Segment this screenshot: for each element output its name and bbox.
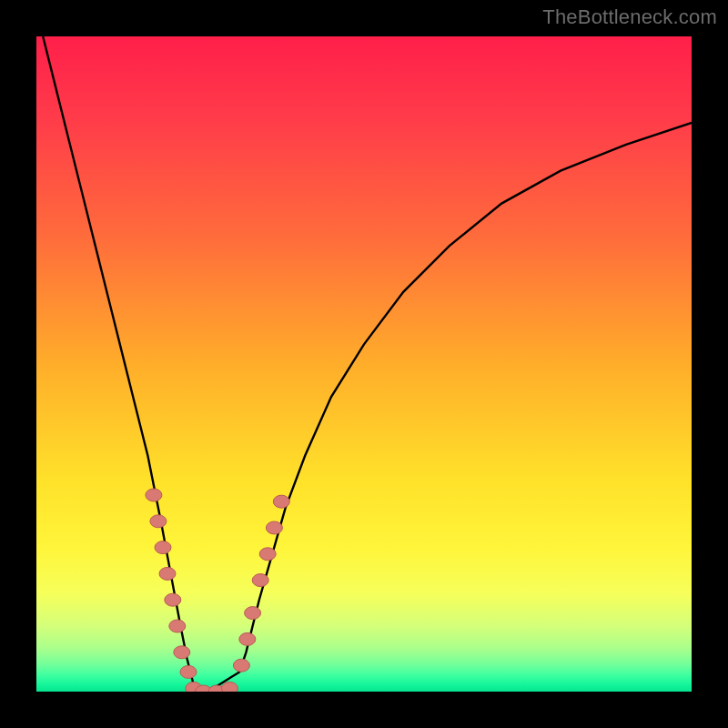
bottleneck-curve [43, 36, 692, 692]
plot-area [36, 36, 692, 692]
dot [221, 682, 238, 692]
dot [273, 495, 289, 508]
curve-layer [36, 36, 692, 692]
dot [266, 521, 282, 534]
dot [174, 646, 190, 659]
highlight-dots [146, 489, 289, 692]
dot [233, 659, 249, 672]
dot [150, 515, 167, 528]
dot [146, 489, 162, 501]
chart-frame: TheBottleneck.com [0, 0, 728, 728]
dot [159, 567, 176, 580]
dot [259, 548, 276, 561]
watermark-text: TheBottleneck.com [542, 5, 717, 29]
dot [180, 665, 197, 678]
dot [155, 541, 171, 554]
dot [165, 593, 181, 606]
dot [245, 607, 261, 620]
dot [252, 574, 268, 587]
dot [239, 632, 256, 645]
dot [169, 620, 186, 632]
